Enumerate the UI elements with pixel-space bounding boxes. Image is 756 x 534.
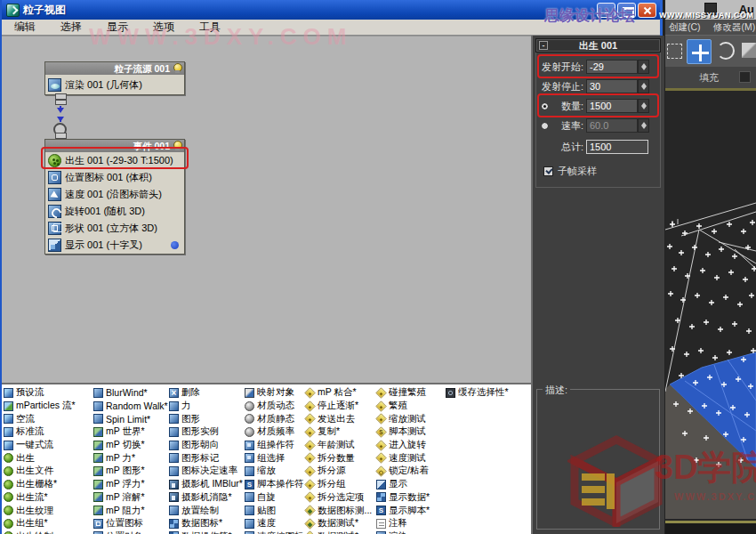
depot-item[interactable]: 速度按图标 — [245, 530, 304, 534]
depot-item[interactable]: 数据图标测... — [305, 504, 375, 517]
depot-item[interactable]: mP 图形* — [93, 465, 168, 478]
event-operator-display[interactable]: 显示 001 (十字叉) — [45, 237, 184, 254]
menu-options[interactable]: 选项 — [141, 20, 187, 35]
display-color-dot[interactable] — [171, 241, 179, 249]
depot-item[interactable]: 出生绘制 — [4, 530, 92, 534]
depot-item[interactable]: 图形朝向 — [169, 439, 245, 452]
depot-item[interactable]: Random Walk* — [93, 400, 168, 413]
depot-item[interactable]: 缩放 — [245, 465, 304, 478]
depot-item[interactable]: 图形标记 — [169, 451, 245, 465]
depot-item[interactable]: 摄影机 IMBlur* — [169, 478, 245, 491]
depot-item[interactable]: 年龄测试 — [305, 439, 375, 452]
emit-stop-field[interactable]: 30 — [586, 79, 638, 93]
depot-item[interactable]: 拆分选定项 — [305, 491, 375, 505]
particle-source-node[interactable]: 粒子流源 001 渲染 001 (几何体) — [44, 61, 185, 95]
subframe-row[interactable]: 子帧采样 — [543, 165, 597, 178]
maximize-button[interactable] — [617, 3, 636, 18]
event-operator-rotation[interactable]: 旋转001 (随机 3D) — [45, 203, 184, 220]
depot-item[interactable]: 自旋 — [245, 491, 304, 505]
depot-item[interactable]: 数据操作符* — [169, 530, 245, 534]
emit-start-spinner[interactable] — [638, 60, 649, 74]
depot-item[interactable]: 脚本操作符 — [245, 478, 304, 491]
depot-item[interactable]: 图形 — [169, 412, 245, 425]
depot-item[interactable]: 空流 — [4, 412, 92, 425]
depot-item[interactable]: 删除 — [169, 386, 245, 400]
event-operator-speed[interactable]: 速度 001 (沿图标箭头) — [45, 186, 184, 203]
depot-item[interactable]: 脚本测试 — [376, 425, 445, 439]
minimize-button[interactable] — [597, 3, 615, 18]
menu-modifier[interactable]: 修改器(M) — [713, 21, 755, 34]
total-field[interactable]: 1500 — [586, 140, 648, 154]
amount-radio[interactable] — [541, 102, 549, 110]
depot-item[interactable]: 缩放测试 — [376, 412, 445, 425]
select-object-icon[interactable] — [667, 44, 682, 59]
depot-item[interactable]: 摄影机消隐* — [169, 491, 245, 505]
depot-item[interactable]: 材质频率 — [245, 425, 304, 439]
depot-item[interactable]: 速度测试 — [376, 451, 445, 465]
rate-radio[interactable] — [541, 122, 549, 130]
depot-item[interactable]: 进入旋转 — [376, 439, 445, 452]
depot-item[interactable]: 出生 — [4, 451, 92, 465]
depot-item[interactable]: 出生流* — [4, 491, 92, 505]
amount-field[interactable]: 1500 — [586, 99, 638, 113]
depot-item[interactable]: 出生组* — [4, 517, 92, 530]
select-and-scale-icon[interactable] — [742, 43, 756, 58]
depot-item[interactable]: mP 阻力* — [93, 504, 168, 517]
depot-item[interactable]: 出生文件 — [4, 465, 92, 478]
depot-item[interactable]: 材质静态 — [245, 412, 304, 425]
depot-item[interactable]: 数据图标* — [169, 517, 245, 530]
ribbon-tab-populate[interactable]: 填充 — [699, 71, 719, 85]
depot-item[interactable]: 图标决定速率 — [169, 465, 245, 478]
rate-spinner[interactable] — [638, 118, 649, 133]
depot-item[interactable]: 材质动态 — [245, 400, 304, 413]
event-operator-position[interactable]: 位置图标 001 (体积) — [45, 169, 184, 186]
depot-item[interactable]: 拆分组 — [305, 478, 375, 491]
depot-item[interactable]: mP 粘合* — [305, 386, 375, 400]
depot-item[interactable]: 标准流 — [4, 425, 92, 439]
depot-item[interactable]: 拆分数量 — [305, 451, 375, 465]
event-node[interactable]: 事件 001 出生 001 (-29-30 T:1500)位置图标 001 (体… — [44, 139, 185, 255]
depot-item[interactable]: 注释 — [376, 517, 445, 530]
lamp-icon[interactable] — [173, 141, 182, 150]
depot-item[interactable]: BlurWind* — [93, 386, 168, 400]
depot-item[interactable]: 出生纹理 — [4, 504, 92, 517]
depot-item[interactable]: 显示脚本* — [376, 504, 445, 517]
event-canvas[interactable]: 粒子流源 001 渲染 001 (几何体) 事件 001 — [2, 36, 531, 383]
depot-item[interactable]: 一键式流 — [4, 439, 92, 452]
depot-item[interactable]: 放置绘制 — [169, 504, 245, 517]
depot-item[interactable]: 显示数据* — [376, 491, 445, 505]
depot-item[interactable]: 出生栅格* — [4, 478, 92, 491]
titlebar[interactable]: 粒子视图 — [2, 0, 660, 20]
close-button[interactable] — [638, 3, 656, 18]
source-node-header[interactable]: 粒子流源 001 — [45, 62, 184, 75]
select-and-rotate-icon[interactable] — [717, 42, 735, 60]
menu-create[interactable]: 创建(C) — [669, 21, 701, 34]
depot-item[interactable]: mParticles 流* — [4, 400, 92, 413]
menu-display[interactable]: 显示 — [94, 20, 141, 35]
event-operator-shape[interactable]: 形状 001 (立方体 3D) — [45, 220, 184, 237]
depot-item[interactable]: 复制* — [305, 425, 375, 439]
depot-item[interactable]: 锁定/粘着 — [376, 465, 445, 478]
menu-select[interactable]: 选择 — [48, 20, 94, 35]
depot-item[interactable]: 发送出去 — [305, 412, 375, 425]
depot-item[interactable]: 显示 — [376, 478, 445, 491]
render-operator[interactable]: 渲染 001 (几何体) — [45, 75, 184, 94]
select-and-move-icon[interactable] — [687, 39, 712, 64]
depot-item[interactable]: mP 溶解* — [93, 491, 168, 505]
depot-item[interactable]: Spin Limit* — [93, 412, 168, 425]
source-out-connector2[interactable] — [55, 100, 67, 105]
rollout-header-birth[interactable]: - 出生 001 — [535, 38, 661, 53]
depot-item[interactable]: 力 — [169, 400, 245, 413]
depot-item[interactable]: 速度 — [245, 517, 304, 530]
depot-item[interactable]: 停止逐渐* — [305, 400, 375, 413]
menu-edit[interactable]: 编辑 — [2, 20, 48, 35]
depot-item[interactable]: mP 切换* — [93, 439, 168, 452]
ribbon-icon[interactable] — [739, 71, 751, 83]
depot-item[interactable]: 缓存选择性* — [446, 386, 530, 400]
menu-tools[interactable]: 工具 — [187, 20, 233, 35]
depot-item[interactable]: 数据测试* — [305, 530, 375, 534]
depot-item[interactable]: 碰撞繁殖 — [376, 386, 445, 400]
lamp-icon[interactable] — [173, 63, 182, 73]
source-out-connector[interactable] — [55, 93, 67, 100]
event-node-header[interactable]: 事件 001 — [45, 140, 184, 152]
